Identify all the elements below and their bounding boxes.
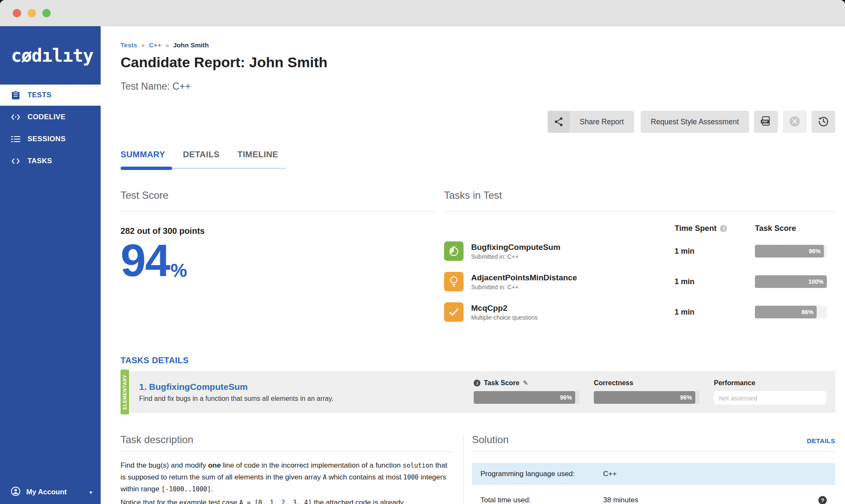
task-score-metric-bar: 96% [474, 391, 579, 404]
table-row: BugfixingComputeSum Submitted in: C++ 1 … [444, 239, 835, 263]
test-score-heading: Test Score [121, 189, 436, 201]
share-report-button[interactable]: Share Report [548, 111, 634, 133]
task-description-section: Task description Find the bug(s) and mod… [121, 434, 463, 504]
edit-score-icon[interactable]: ✎ [523, 379, 528, 387]
task-description-paragraph: Find the bug(s) and modify one line of c… [121, 460, 453, 495]
tasks-in-test-heading: Tasks in Test [444, 189, 835, 201]
sidebar-item-sessions[interactable]: SESSIONS [0, 129, 101, 150]
breadcrumb-separator: » [165, 42, 169, 49]
difficulty-label: ELEMENTARY [122, 375, 127, 410]
svg-text:PDF: PDF [762, 120, 768, 123]
zoom-window-button[interactable] [42, 9, 51, 17]
sidebar-item-label: TASKS [27, 157, 52, 165]
tasks-in-test-section: Tasks in Test Time Spent i Task Score [444, 189, 835, 324]
breadcrumb-test[interactable]: C++ [149, 41, 161, 49]
time-spent-value: 1 min [675, 247, 755, 256]
breadcrumb-candidate: John Smith [173, 41, 209, 49]
cancel-session-button[interactable] [783, 111, 807, 133]
window-controls [13, 9, 51, 17]
my-account-label: My Account [26, 488, 67, 496]
export-pdf-button[interactable]: PDF [754, 111, 778, 133]
correctness-metric: Correctness 96% [594, 379, 700, 405]
test-score-section: Test Score 282 out of 300 points 94 % [121, 189, 436, 324]
test-name-label: Test Name: C++ [121, 81, 835, 92]
performance-label: Performance [714, 379, 755, 387]
time-spent-value: 1 min [675, 308, 755, 317]
history-button[interactable] [812, 111, 835, 133]
request-style-assessment-button[interactable]: Request Style Assessment [641, 111, 749, 133]
performance-value: Not assessed [714, 391, 826, 405]
correctness-label: Correctness [594, 379, 633, 387]
score-percent-sign: % [170, 261, 187, 280]
close-window-button[interactable] [13, 9, 21, 17]
my-account-menu[interactable]: My Account ▾ [0, 480, 101, 504]
minimize-window-button[interactable] [27, 9, 36, 17]
total-time-label: Total time used: [480, 496, 603, 504]
score-number: 94 [121, 238, 170, 283]
solution-details-link[interactable]: DETAILS [807, 437, 835, 445]
test-score-percent: 94 % [121, 238, 436, 283]
window-titlebar [0, 0, 845, 26]
task-name-link[interactable]: AdjacentPointsMinDistance [471, 273, 577, 282]
share-icon [548, 111, 570, 133]
task-score-value: 100% [808, 278, 823, 285]
share-report-label: Share Report [570, 118, 634, 126]
breadcrumb-tests[interactable]: Tests [121, 41, 137, 49]
codelive-icon [11, 112, 20, 122]
table-row: McqCpp2 Multiple-choice questions 1 min … [444, 300, 835, 324]
tab-indicator [121, 167, 286, 170]
time-spent-header: Time Spent [675, 224, 716, 233]
chevron-down-icon: ▾ [89, 489, 92, 496]
clipboard-icon [11, 90, 20, 100]
list-icon [11, 134, 20, 144]
sidebar-item-tests[interactable]: TESTS [0, 85, 101, 106]
task-detail-summary: Find and fix bugs in a function that sum… [139, 395, 334, 403]
language-value: C++ [603, 470, 617, 478]
task-score-bar: 86% [755, 306, 827, 318]
report-actions: Share Report Request Style Assessment PD… [121, 111, 835, 133]
task-score-metric-label: Task Score [484, 379, 519, 387]
lightbulb-icon [444, 272, 464, 291]
breadcrumb-separator: » [141, 42, 145, 49]
task-score-metric: i Task Score ✎ 96% [474, 379, 579, 405]
task-subtitle: Submitted in: C++ [471, 284, 577, 290]
info-icon[interactable]: i [720, 225, 727, 232]
page-title: Candidate Report: John Smith [121, 54, 835, 71]
tasks-details-heading: TASKS DETAILS [121, 356, 835, 365]
timer-icon [444, 241, 464, 261]
task-description-paragraph: Notice that for the example test case A … [121, 497, 453, 504]
total-time-value: 38 minutes [603, 496, 638, 504]
codility-logo[interactable]: cødılıty [0, 26, 101, 85]
correctness-bar: 96% [594, 391, 700, 404]
correctness-value: 96% [680, 394, 692, 401]
difficulty-ribbon: ELEMENTARY [121, 370, 129, 414]
task-score-bar: 96% [755, 245, 827, 257]
sidebar-item-label: TESTS [27, 91, 52, 99]
tab-summary[interactable]: SUMMARY [121, 150, 165, 159]
history-icon [818, 116, 829, 128]
task-detail-title-link[interactable]: 1. BugfixingComputeSum [139, 382, 334, 392]
tab-details[interactable]: DETAILS [183, 150, 219, 159]
pdf-icon: PDF [760, 116, 771, 128]
breadcrumb: Tests » C++ » John Smith [121, 41, 835, 49]
sidebar-item-label: CODELIVE [27, 113, 66, 121]
sidebar-item-tasks[interactable]: TASKS [0, 151, 101, 172]
account-icon [11, 487, 20, 498]
task-table-header: Time Spent i Task Score [444, 224, 835, 233]
list-item: Total time used: 38 minutes ? [472, 489, 835, 504]
tab-timeline[interactable]: TIMELINE [237, 150, 278, 159]
checkmark-icon [444, 302, 464, 322]
sidebar-item-codelive[interactable]: CODELIVE [0, 107, 101, 128]
task-subtitle: Multiple-choice questions [471, 314, 538, 321]
task-name-link[interactable]: McqCpp2 [471, 304, 538, 313]
task-name-link[interactable]: BugfixingComputeSum [471, 243, 560, 252]
task-description-heading: Task description [121, 434, 453, 446]
task-score-header: Task Score [755, 224, 835, 233]
sidebar-item-label: SESSIONS [27, 135, 66, 143]
code-icon [11, 156, 20, 166]
help-icon[interactable]: ? [818, 496, 827, 504]
task-score-value: 86% [801, 309, 813, 315]
report-tabs: SUMMARY DETAILS TIMELINE [121, 150, 835, 159]
task-score-bar: 100% [755, 275, 827, 288]
info-icon[interactable]: i [474, 380, 480, 386]
